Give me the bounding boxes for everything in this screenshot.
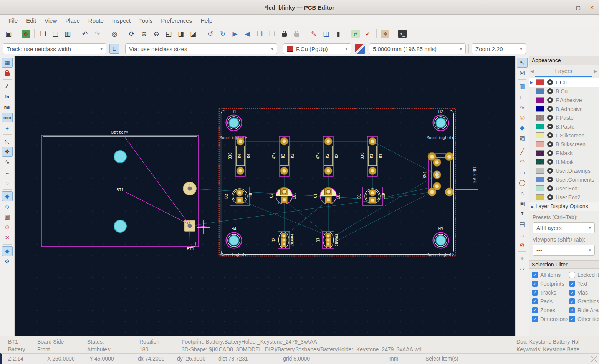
pads-outline-icon[interactable]: ⊘ — [2, 222, 13, 232]
draw-arc-icon[interactable]: ◠ — [517, 157, 528, 167]
edit-footprints-icon[interactable]: ✎ — [308, 28, 319, 40]
polar-coords-icon[interactable]: ∠ — [2, 81, 13, 91]
draw-rectangle-icon[interactable]: ▭ — [517, 167, 528, 177]
layer-color-swatch[interactable] — [536, 150, 544, 156]
local-ratsnest-icon[interactable]: ⋈ — [517, 68, 528, 78]
layer-color-swatch[interactable] — [536, 106, 544, 112]
visibility-eye-icon[interactable] — [547, 106, 553, 112]
save-icon[interactable]: ▣ — [3, 28, 14, 40]
zoom-select[interactable]: Zoom 2.20 ▾ — [472, 43, 526, 54]
draw-polygon-icon[interactable]: ⌂ — [517, 188, 528, 198]
presets-select[interactable]: All Layers▾ — [533, 222, 595, 233]
layer-row-f-adhesive[interactable]: F.Adhesive — [529, 96, 599, 104]
units-mm-icon[interactable]: mm — [2, 113, 13, 122]
close-button[interactable]: ✕ — [590, 5, 594, 10]
layer-color-swatch[interactable] — [536, 141, 544, 147]
zoom-in-icon[interactable]: ⊕ — [138, 28, 150, 40]
track-highlight-icon[interactable]: ≈ — [2, 167, 13, 177]
library-browser-icon[interactable]: ◫ — [320, 28, 332, 40]
checked-checkbox-icon[interactable]: ✓ — [532, 290, 538, 296]
filter-all-items[interactable]: ✓All items — [532, 272, 569, 278]
visibility-eye-icon[interactable] — [547, 141, 553, 147]
ungroup-icon[interactable]: ❏ — [266, 28, 278, 40]
delete-tool-icon[interactable]: ⊘ — [517, 240, 528, 250]
place-footprint-icon[interactable]: ▥ — [517, 81, 528, 91]
flip-vertical-icon[interactable]: ◀ — [242, 28, 253, 40]
layer-row-user-eco2[interactable]: User.Eco2 — [529, 193, 599, 202]
tab-scroll-left-icon[interactable]: ◀ — [529, 69, 535, 74]
dimension-icon[interactable]: ↔ — [517, 230, 528, 240]
plot-icon[interactable]: ▥ — [62, 28, 73, 40]
pcb-canvas[interactable]: H1MountingHoleH2MountingHoleH3MountingHo… — [15, 56, 515, 336]
menu-item-help[interactable]: Help — [196, 17, 217, 24]
measure-icon[interactable]: ▱ — [517, 264, 528, 274]
checked-checkbox-icon[interactable]: ✓ — [532, 272, 538, 278]
visibility-eye-icon[interactable] — [547, 177, 553, 182]
layer-row-f-paste[interactable]: F.Paste — [529, 113, 599, 122]
tab-scroll-right-icon[interactable]: ▶ — [592, 69, 599, 74]
place-image-icon[interactable]: ▣ — [517, 199, 528, 208]
layer-row-b-cu[interactable]: B.Cu — [529, 87, 599, 96]
undo-icon[interactable]: ↶ — [79, 28, 91, 40]
layer-color-swatch[interactable] — [536, 177, 544, 182]
auto-track-width-icon[interactable]: ⊔ — [109, 44, 119, 54]
resize-grip[interactable] — [591, 356, 597, 362]
draw-zone-icon[interactable]: ◆ — [517, 123, 528, 133]
visibility-eye-icon[interactable] — [547, 79, 553, 85]
menu-item-route[interactable]: Route — [84, 17, 108, 24]
route-tracks-icon[interactable]: ∟ — [517, 92, 528, 102]
filter-graphics[interactable]: ✓Graphics — [569, 298, 599, 304]
unlock-icon[interactable] — [291, 28, 302, 40]
layer-row-b-mask[interactable]: B.Mask — [529, 157, 599, 166]
layer-color-swatch[interactable] — [536, 132, 544, 138]
curved-ratsnest-icon[interactable]: ∿ — [2, 157, 13, 167]
filter-pads[interactable]: ✓Pads — [532, 298, 569, 304]
filter-vias[interactable]: ✓Vias — [569, 290, 599, 296]
place-text-icon[interactable]: T — [517, 209, 528, 219]
maximize-button[interactable]: ▢ — [576, 5, 581, 10]
layer-row-f-cu[interactable]: ▶F.Cu — [529, 78, 599, 87]
layer-color-swatch[interactable] — [536, 168, 544, 174]
active-layer-select[interactable]: F.Cu (PgUp) ▾ — [283, 43, 351, 54]
place-textbox-icon[interactable]: ▤ — [517, 219, 528, 229]
update-pcb-from-schematic-icon[interactable]: ⇄ — [350, 28, 361, 40]
find-icon[interactable]: ◎ — [109, 28, 120, 40]
visibility-eye-icon[interactable] — [547, 88, 553, 94]
filter-zones[interactable]: ✓Zones — [532, 307, 569, 313]
unchecked-checkbox-icon[interactable] — [569, 272, 575, 278]
redo-icon[interactable]: ↷ — [91, 28, 103, 40]
viewports-select[interactable]: ---▾ — [533, 245, 595, 256]
layer-color-swatch[interactable] — [536, 88, 544, 94]
select-tool-icon[interactable]: ↖ — [517, 58, 528, 68]
group-icon[interactable]: ❏ — [254, 28, 265, 40]
menu-item-preferences[interactable]: Preferences — [157, 17, 196, 24]
zones-filled-icon[interactable]: ◆ — [2, 191, 13, 201]
layer-color-swatch[interactable] — [536, 159, 544, 165]
menu-item-edit[interactable]: Edit — [22, 17, 40, 24]
visibility-eye-icon[interactable] — [547, 115, 553, 121]
checked-checkbox-icon[interactable]: ✓ — [532, 298, 538, 304]
layer-color-swatch[interactable] — [536, 124, 544, 129]
layer-row-user-eco1[interactable]: User.Eco1 — [529, 184, 599, 193]
zoom-out-icon[interactable]: ⊖ — [151, 28, 162, 40]
visibility-eye-icon[interactable] — [547, 97, 553, 103]
layer-row-b-adhesive[interactable]: B.Adhesive — [529, 104, 599, 113]
vias-outline-icon[interactable]: ✕ — [2, 233, 13, 243]
checked-checkbox-icon[interactable]: ✓ — [569, 307, 575, 313]
cursor-style-icon[interactable]: + — [2, 123, 13, 133]
filter-footprints[interactable]: ✓Footprints — [532, 281, 569, 287]
filter-dimensions[interactable]: ✓Dimensions — [532, 316, 569, 322]
rule-area-icon[interactable]: ▨ — [517, 133, 528, 143]
filter-text[interactable]: ✓Text — [569, 281, 599, 287]
checked-checkbox-icon[interactable]: ✓ — [569, 316, 575, 322]
properties-panel-icon[interactable]: ⚙ — [2, 256, 13, 266]
zoom-selection-icon[interactable]: ◪ — [187, 28, 199, 40]
layer-manager-icon[interactable]: ◆ — [2, 246, 13, 256]
units-mils-icon[interactable]: mil — [2, 102, 13, 112]
visibility-eye-icon[interactable] — [547, 124, 553, 129]
footprint-viewer-icon[interactable]: ▮ — [333, 28, 344, 40]
units-inches-icon[interactable]: in — [2, 92, 13, 102]
via-size-select[interactable]: Via: use netclass sizes ▾ — [125, 43, 277, 54]
visibility-eye-icon[interactable] — [547, 168, 553, 174]
filter-rule-areas[interactable]: ✓Rule Areas — [569, 307, 599, 313]
